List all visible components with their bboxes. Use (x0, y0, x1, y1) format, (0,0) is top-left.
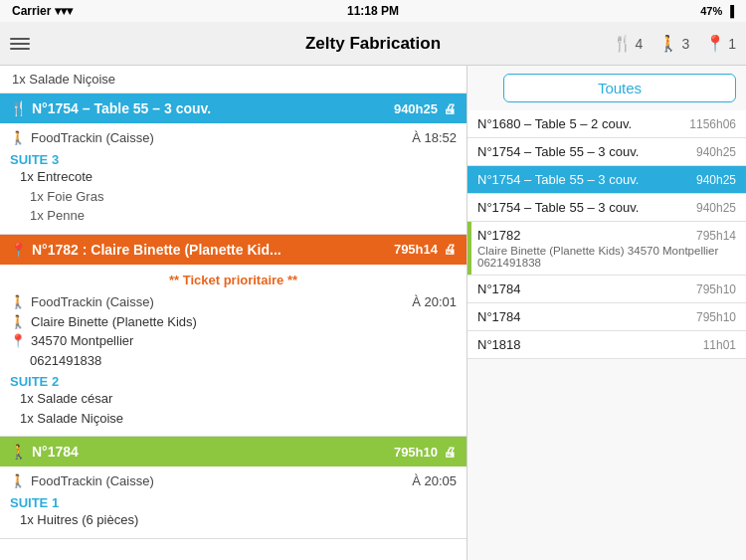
order-title-1782: N°1782 : Claire Binette (Planette Kid... (32, 242, 281, 258)
right-list-item-ri-8[interactable]: N°181811h01 (467, 331, 746, 359)
ri-time-ri-2: 940h25 (696, 145, 736, 159)
ri-title-ri-1: N°1680 – Table 5 – 2 couv. (477, 116, 632, 131)
suite-item-entrecote: 1x Entrecote (10, 167, 457, 187)
wifi-icon: ▾▾▾ (55, 4, 73, 18)
walk-badge[interactable]: 🚶 3 (658, 34, 689, 53)
order-header-orange: 📍 N°1782 : Claire Binette (Planette Kid.… (0, 235, 466, 265)
order-time-1784: 795h10 (394, 445, 438, 460)
ri-time-ri-7: 795h10 (696, 310, 736, 324)
client-address: 34570 Montpellier (31, 331, 133, 351)
order-card-1754-blue[interactable]: 🍴 N°1754 – Table 55 – 3 couv. 940h25 🖨 🚶… (0, 93, 466, 235)
walk-header-icon: 🚶 (10, 444, 27, 460)
right-list-item-ri-3[interactable]: N°1754 – Table 55 – 3 couv.940h25 (467, 166, 746, 194)
suite-item-salade-nicoise: 1x Salade Niçoise (10, 409, 457, 429)
right-list-item-ri-2[interactable]: N°1754 – Table 55 – 3 couv.940h25 (467, 138, 746, 166)
meta-row-2: 🚶 FoodTrackin (Caisse) À 20:01 (10, 291, 457, 312)
walk-icon-2: 🚶 (10, 294, 26, 309)
time-text-3: À 20:05 (412, 473, 457, 488)
client-name: Claire Binette (Planette Kids) (31, 312, 197, 332)
right-list-item-ri-6[interactable]: N°1784795h10 (467, 276, 746, 303)
right-panel-header: Toutes (467, 66, 746, 110)
order-card-1784-green[interactable]: 🚶 N°1784 795h10 🖨 🚶 FoodTrackin (Caisse)… (0, 437, 466, 539)
order-header-blue: 🍴 N°1754 – Table 55 – 3 couv. 940h25 🖨 (0, 93, 466, 123)
status-right: 47% ▐ (700, 5, 734, 17)
nav-bar: Zelty Fabrication 🍴 4 🚶 3 📍 1 (0, 22, 746, 66)
toutes-button[interactable]: Toutes (503, 74, 736, 102)
ri-sub-ri-5: Claire Binette (Planette Kids) 34570 Mon… (477, 245, 736, 269)
caisse-text-1: FoodTrackin (Caisse) (31, 130, 154, 145)
order-time-1782: 795h14 (394, 242, 438, 257)
salade-header-row: 1x Salade Niçoise (0, 66, 466, 93)
fork-badge[interactable]: 🍴 4 (613, 34, 644, 53)
meta-row-1: 🚶 FoodTrackin (Caisse) À 18:52 (10, 127, 457, 148)
order-body-1784: 🚶 FoodTrackin (Caisse) À 20:05 SUITE 1 1… (0, 467, 466, 538)
right-list: N°1680 – Table 5 – 2 couv.1156h06N°1754 … (467, 110, 746, 560)
caisse-text-3: FoodTrackin (Caisse) (31, 473, 154, 488)
sub-item-foie: 1x Foie Gras (10, 187, 457, 207)
pin-badge[interactable]: 📍 1 (705, 34, 736, 53)
ri-time-ri-8: 11h01 (703, 338, 736, 352)
ri-title-ri-2: N°1754 – Table 55 – 3 couv. (477, 144, 639, 159)
suite-label-1: SUITE 3 (10, 152, 457, 167)
time-text-1: À 18:52 (412, 130, 457, 145)
order-time-1754-blue: 940h25 (394, 101, 438, 116)
status-time: 11:18 PM (347, 4, 399, 18)
right-list-item-ri-5[interactable]: N°1782795h14Claire Binette (Planette Kid… (467, 222, 746, 276)
left-panel: 1x Salade Niçoise 🍴 N°1754 – Table 55 – … (0, 66, 467, 560)
ri-title-ri-5: N°1782 (477, 228, 521, 243)
printer-icon-orange[interactable]: 🖨 (444, 242, 457, 257)
ri-time-ri-1: 1156h06 (689, 117, 736, 131)
pin-icon-2: 📍 (10, 331, 26, 351)
order-body-1782: ** Ticket prioritaire ** 🚶 FoodTrackin (… (0, 265, 466, 437)
carrier-text: Carrier (12, 4, 51, 18)
nav-badges: 🍴 4 🚶 3 📍 1 (613, 34, 736, 53)
fork-header-icon: 🍴 (10, 100, 27, 116)
ri-time-ri-6: 795h10 (696, 282, 736, 296)
hamburger-button[interactable] (10, 38, 30, 50)
fork-icon: 🍴 (613, 34, 633, 53)
ri-time-ri-4: 940h25 (696, 201, 736, 215)
printer-icon-blue[interactable]: 🖨 (444, 101, 457, 116)
client-info: 🚶 Claire Binette (Planette Kids) 📍 34570… (10, 312, 457, 371)
right-list-item-ri-7[interactable]: N°1784795h10 (467, 303, 746, 331)
suite-label-2: SUITE 2 (10, 374, 457, 389)
order-body-1754-blue: 🚶 FoodTrackin (Caisse) À 18:52 SUITE 3 1… (0, 123, 466, 234)
order-title-1754-blue: N°1754 – Table 55 – 3 couv. (32, 100, 211, 116)
right-list-item-ri-4[interactable]: N°1754 – Table 55 – 3 couv.940h25 (467, 194, 746, 222)
status-left: Carrier ▾▾▾ (12, 4, 73, 18)
ri-title-ri-3: N°1754 – Table 55 – 3 couv. (477, 172, 639, 187)
walk-icon-4: 🚶 (10, 473, 26, 488)
meta-row-3: 🚶 FoodTrackin (Caisse) À 20:05 (10, 470, 457, 491)
walk-icon-1: 🚶 (10, 130, 26, 145)
suite-item-salade-cesar: 1x Salade césar (10, 389, 457, 409)
main-layout: 1x Salade Niçoise 🍴 N°1754 – Table 55 – … (0, 66, 746, 560)
nav-title: Zelty Fabrication (305, 34, 441, 54)
pin-header-icon: 📍 (10, 242, 27, 258)
ri-time-ri-5: 795h14 (696, 229, 736, 243)
walk-count: 3 (681, 36, 689, 52)
ri-time-ri-3: 940h25 (696, 173, 736, 187)
time-text-2: À 20:01 (412, 294, 457, 309)
ri-title-ri-6: N°1784 (477, 281, 521, 296)
client-phone: 0621491838 (10, 351, 101, 371)
right-panel: Toutes N°1680 – Table 5 – 2 couv.1156h06… (467, 66, 746, 560)
priority-text: ** Ticket prioritaire ** (10, 269, 457, 291)
printer-icon-green[interactable]: 🖨 (444, 445, 457, 460)
ri-title-ri-8: N°1818 (477, 337, 521, 352)
caisse-text-2: FoodTrackin (Caisse) (31, 294, 154, 309)
right-list-item-ri-1[interactable]: N°1680 – Table 5 – 2 couv.1156h06 (467, 110, 746, 138)
pin-count: 1 (728, 36, 736, 52)
battery-text: 47% (700, 5, 722, 17)
salade-header-text: 1x Salade Niçoise (12, 72, 115, 87)
fork-count: 4 (636, 36, 644, 52)
battery-icon: ▐ (726, 5, 734, 17)
order-header-green: 🚶 N°1784 795h10 🖨 (0, 437, 466, 467)
ri-title-ri-7: N°1784 (477, 309, 521, 324)
pin-icon: 📍 (705, 34, 725, 53)
sub-item-penne: 1x Penne (10, 206, 457, 226)
status-bar: Carrier ▾▾▾ 11:18 PM 47% ▐ (0, 0, 746, 22)
walk-icon-3: 🚶 (10, 312, 26, 332)
suite-item-huitres: 1x Huitres (6 pièces) (10, 510, 457, 530)
ri-title-ri-4: N°1754 – Table 55 – 3 couv. (477, 200, 639, 215)
order-card-1782-orange[interactable]: 📍 N°1782 : Claire Binette (Planette Kid.… (0, 235, 466, 438)
